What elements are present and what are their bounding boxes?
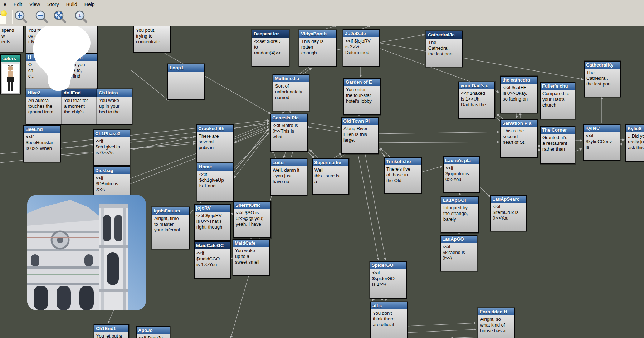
passage-hive2[interactable]: Hive2An aurora touches the ground from — [26, 89, 62, 125]
passage-title: Genesis Pla — [271, 114, 307, 122]
passage-title: Laurie's pla — [444, 157, 479, 164]
passage-ch1phase2[interactable]: Ch1Phase2<<if $ch1giveUp is 0>>As — [93, 129, 130, 166]
passage-loop1[interactable]: Loop1 — [167, 64, 205, 100]
menu-item-story[interactable]: Story — [44, 0, 63, 8]
passage-vidyabooth[interactable]: VidyaBoothThis day is rotten enough. — [299, 30, 337, 67]
passage-body: spend w ents — [0, 26, 23, 45]
passage-attic[interactable]: atticYou don't think there are official — [370, 302, 408, 338]
passage-body — [168, 72, 204, 73]
passage-trinket-sho[interactable]: Trinket shoThere's five of those in the … — [384, 157, 422, 194]
passage-title: BeeEnd — [24, 126, 60, 133]
passage-beeend[interactable]: BeeEnd<<if $beeResistar is 0>> When — [23, 125, 61, 162]
passage-title: Deepest lor — [252, 30, 289, 38]
passage-kylies[interactable]: KylieS...Did yo really ju ask this — [625, 124, 644, 162]
passage-ch1intro[interactable]: Ch1IntroYou wake up in your bed to the — [97, 89, 132, 125]
passage-multimedia[interactable]: MultimediaSort of unfortunately named — [273, 74, 309, 111]
passage-laurie-s-pla[interactable]: Laurie's pla<<if $jojointro is 0>>You — [443, 156, 480, 193]
passage-title: Forbidden H — [478, 308, 514, 315]
story-canvas[interactable]: spend w entsYou fact, ov e pretty r MomY… — [0, 0, 644, 338]
passage-title: colors — [1, 55, 20, 62]
passage-salvation-pla[interactable]: Salvation PlaThis is the second heart of… — [500, 119, 538, 158]
passage-mansion[interactable]: MansionWhen you come to, you find — [62, 53, 98, 94]
passage-spend-w-ents[interactable]: spend w ents — [0, 26, 24, 52]
passage-title: Trinket sho — [385, 158, 421, 165]
passage-body: There's five of those in the Old — [385, 165, 421, 183]
menu-item-view[interactable]: View — [26, 0, 44, 8]
passage-body: <<if $ch1giveUp is 0>>As — [94, 137, 130, 156]
passage-lauapsearc[interactable]: LauApSearc<<if $itemCrux is 0>>You — [490, 195, 527, 231]
passage-loiter[interactable]: LoiterWell, damn it - you just have no — [270, 158, 307, 196]
passage-colors[interactable]: colors — [0, 54, 21, 94]
passage-title: The Corner — [541, 127, 575, 134]
passage-body: ...Did yo really ju ask this — [626, 132, 644, 151]
passage-title: JoJoDate — [343, 30, 379, 37]
passage-title: Ch1Intro — [97, 89, 132, 97]
passage-forbidden-h[interactable]: Forbidden HAlright, so what kind of hous… — [478, 308, 515, 338]
passage-maidcafegc[interactable]: MaidCafeGC<<if $maidCGO is 1>>You — [194, 241, 231, 279]
passage-you-f[interactable]: You fact, ov e pretty r Mom — [26, 26, 98, 54]
window-chrome: eEditViewStoryBuildHelp — [0, 0, 644, 26]
passage-title: KylieS — [626, 125, 644, 132]
passage-title: Mansion — [62, 54, 97, 61]
zoom-in-button[interactable] — [14, 10, 28, 24]
passage-your-dad-s-c[interactable]: your Dad's c<<if $naked is 1>>Uh, Dad ha… — [458, 82, 495, 119]
passage-body: <<if $jojointro is 0>>You — [444, 164, 479, 182]
passage-supermarke[interactable]: SupermarkeWell this...sure is a — [312, 158, 349, 195]
passage-lauapgoi[interactable]: LauApGOIIntrigued by the strange, barely — [441, 196, 479, 233]
passage-spidergo[interactable]: SpiderGO<<if $spiderGO is 1>>\ — [370, 261, 407, 299]
passage-ignisfatuus[interactable]: IgnisFatuusAlright, time to master your … — [152, 207, 190, 249]
passage-garden-of-e[interactable]: Garden of EYou enter the four-star hotel… — [343, 78, 381, 115]
passage-sheriffoffic[interactable]: SheriffOffic<<if $SO is 0>>@@.you; yeah,… — [233, 201, 271, 238]
zoom-fit-button[interactable] — [53, 10, 67, 24]
passage-fuller-s-chu[interactable]: Fuller's chuCompared to your Dad's churc… — [540, 82, 575, 119]
menu-item-build[interactable]: Build — [63, 0, 81, 8]
passage-body: You don't think there are official — [371, 309, 407, 328]
zoom-out-button[interactable] — [35, 10, 49, 24]
passage-dollend[interactable]: dollEndYou fear for a moment the chip's — [62, 89, 97, 125]
passage-title: Garden of E — [344, 79, 380, 86]
passage-jojorv[interactable]: jojoRV<<if $jojoRV is 0>>That's right; t… — [194, 204, 231, 241]
passage-crooked-sh[interactable]: Crooked ShThere are several pubs in — [196, 124, 234, 162]
passage-body: <<if $DBintro is 2>>\ — [94, 174, 130, 192]
passage-apojo[interactable]: ApoJo<<if $apoJo — [136, 326, 170, 338]
passage-title: attic — [371, 302, 407, 309]
one-glyph: 1 — [78, 13, 81, 18]
new-passage-icon[interactable] — [0, 9, 9, 24]
menu-item-edit[interactable]: Edit — [10, 0, 26, 8]
passage-body: <<if $maidCGO is 1>>You — [195, 249, 230, 268]
passage-cathedraljc[interactable]: CathedralJcThe Cathedral, the last part — [426, 31, 463, 67]
yellow-dot-icon — [1, 10, 7, 16]
passage-title: CathedralJc — [426, 31, 462, 39]
passage-body: <<if $SO is 0>>@@.you; yeah, I have — [234, 209, 270, 227]
passage-title: Supermarke — [313, 159, 348, 166]
toolbar: 1 — [0, 9, 644, 25]
passage-ch1end1[interactable]: Ch1End1You let out a — [94, 324, 129, 338]
passage-body: You pout, trying to concentrate — [134, 26, 170, 45]
passage-title: Hive2 — [26, 89, 62, 97]
passage-body: An aurora touches the ground from — [26, 97, 62, 115]
passage-title: CathedralKy — [585, 62, 620, 69]
menu-bar: eEditViewStoryBuildHelp — [0, 0, 644, 9]
zoom-original-button[interactable]: 1 — [74, 10, 88, 24]
passage-title: ApoJo — [137, 327, 170, 334]
menu-item-help[interactable]: Help — [81, 0, 98, 8]
passage-body: You fear for a moment the chip's — [62, 97, 97, 115]
passage-maidcafe[interactable]: MaidCafeYou wake up to a sweet smell — [233, 239, 270, 276]
passage-h[interactable]: HO ch c... — [26, 53, 62, 94]
passage-lauapgo[interactable]: LauApGO<<if $kiraend is 0>>\ — [440, 235, 477, 271]
menu-item-e[interactable]: e — [0, 0, 10, 8]
passage-genesis-pla[interactable]: Genesis Pla<<if $intro is 0>>This is wha… — [270, 114, 308, 152]
passage-the-cathedra[interactable]: the cathedra<<if $catFF is 0>>Okay, so f… — [500, 76, 538, 113]
passage-body: You wake up to a sweet smell — [233, 247, 269, 265]
passage-body: Alright, so what kind of house has a — [478, 315, 514, 334]
passage-you-pout-tr[interactable]: You pout, trying to concentrate — [133, 26, 171, 53]
passage-cathedralky[interactable]: CathedralKyThe Cathedral, the last part — [584, 61, 621, 97]
passage-deepest-lor[interactable]: Deepest lor<<set $loreD to random(4)>> — [252, 30, 289, 67]
passage-kyliec[interactable]: KylieC<<if $kylieCConv is — [583, 124, 620, 161]
doll-figure-thumbnail — [2, 64, 19, 93]
passage-the-corner[interactable]: The CornerGranted, it's a restaurant rat… — [540, 126, 575, 164]
passage-home[interactable]: Home<<if $ch1giveUp is 1 and — [197, 163, 234, 202]
passage-body: You fact, ov e pretty r Mom — [26, 26, 97, 45]
passage-jojodate[interactable]: JoJoDate<<if $jojoRV is 2>>\ Determined — [343, 29, 380, 67]
passage-old-town-pl[interactable]: Old Town PlAlong River Ellen is this lar… — [341, 117, 379, 154]
